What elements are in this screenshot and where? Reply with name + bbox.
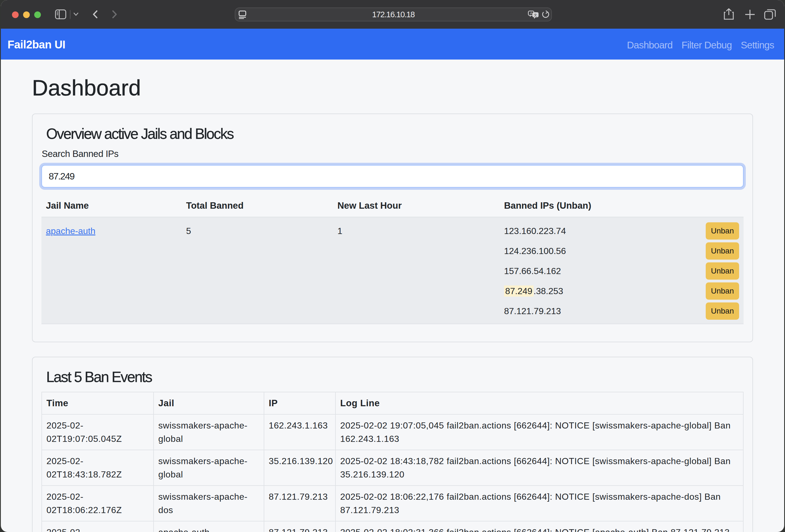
svg-text:A: A [530,11,532,15]
svg-text:文: 文 [534,13,537,17]
